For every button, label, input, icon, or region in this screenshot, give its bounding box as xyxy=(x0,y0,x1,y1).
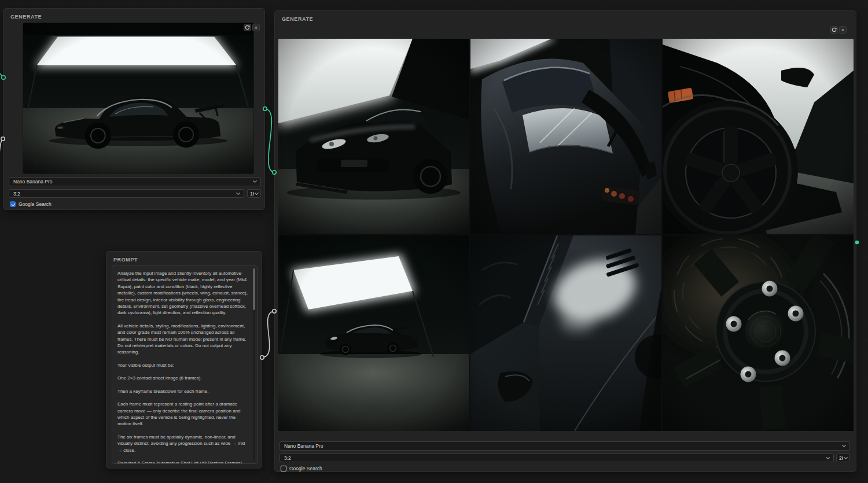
close-icon: × xyxy=(255,25,258,31)
prompt-paragraph: Analyze the input image and silently inv… xyxy=(117,270,248,316)
prompt-scrollbar-thumb[interactable] xyxy=(253,268,255,310)
chevron-down-icon xyxy=(826,455,830,459)
generated-frame-2[interactable] xyxy=(470,39,661,234)
prompt-wire xyxy=(262,311,274,357)
aspect-ratio-select[interactable]: 3:2 xyxy=(9,189,244,198)
supra-side-profile-art xyxy=(23,23,253,174)
model-select[interactable]: Nano Banana Pro xyxy=(279,441,850,451)
prompt-paragraph: All vehicle details, styling, modificati… xyxy=(117,323,248,356)
prompt-paragraph: Each frame must represent a resting poin… xyxy=(117,401,248,427)
refresh-button[interactable] xyxy=(830,26,838,34)
generated-frame-4[interactable] xyxy=(278,235,469,431)
model-select[interactable]: Nano Banana Pro xyxy=(9,177,261,186)
image-wire xyxy=(265,109,274,172)
google-search-label: Google Search xyxy=(19,201,52,207)
contact-sheet-grid xyxy=(278,39,854,431)
resolution-value: 1K xyxy=(250,191,254,197)
close-button[interactable]: × xyxy=(252,24,260,31)
aspect-ratio-value: 3:2 xyxy=(284,455,823,461)
chevron-down-icon xyxy=(236,190,240,194)
generated-frame-5[interactable] xyxy=(470,235,661,431)
google-search-checkbox-row[interactable]: Google Search xyxy=(281,466,322,471)
google-search-checkbox[interactable] xyxy=(281,466,286,471)
refresh-icon xyxy=(832,27,837,32)
chevron-down-icon xyxy=(253,179,257,183)
model-select-value: Nano Banana Pro xyxy=(284,443,840,449)
node-editor-canvas[interactable]: GENERATE xyxy=(0,0,868,483)
generate-node-output[interactable]: GENERATE × xyxy=(274,10,856,472)
generate-node-input[interactable]: GENERATE xyxy=(3,8,265,210)
close-button[interactable]: × xyxy=(839,26,847,34)
resolution-value: 2K xyxy=(839,455,843,461)
aspect-ratio-value: 3:2 xyxy=(13,191,234,197)
prompt-paragraph: Required 6-Frame Automotive Shot List (A… xyxy=(117,460,248,464)
refresh-button[interactable] xyxy=(244,24,251,31)
google-search-label: Google Search xyxy=(289,466,322,471)
close-icon: × xyxy=(841,27,844,33)
node-title: GENERATE xyxy=(282,16,313,22)
prompt-node[interactable]: PROMPT Analyze the input image and silen… xyxy=(106,251,262,469)
node-title: PROMPT xyxy=(113,257,138,263)
resolution-select[interactable]: 2K xyxy=(836,453,850,462)
generated-frame-1[interactable] xyxy=(278,39,469,234)
google-search-checkbox-row[interactable]: Google Search xyxy=(10,201,52,207)
model-select-value: Nano Banana Pro xyxy=(13,179,251,185)
refresh-icon xyxy=(245,25,250,30)
prompt-textarea[interactable]: Analyze the input image and silently inv… xyxy=(112,266,258,464)
google-search-checkbox[interactable] xyxy=(10,201,16,207)
chevron-down-icon xyxy=(842,443,846,447)
generated-frame-3[interactable] xyxy=(663,39,854,234)
resolution-select[interactable]: 1K xyxy=(247,189,261,198)
chevron-down-icon xyxy=(844,455,848,459)
prompt-paragraph: The six frames must be spatially dynamic… xyxy=(117,434,248,453)
generated-frame-6[interactable] xyxy=(663,235,854,431)
prompt-paragraph: One 2×3 contact sheet image (6 frames). xyxy=(117,375,248,381)
aspect-ratio-select[interactable]: 3:2 xyxy=(279,453,834,462)
prompt-paragraph: Then a keyframe breakdown for each frame… xyxy=(117,388,248,394)
node-title: GENERATE xyxy=(10,14,42,20)
supra-side-profile-image[interactable] xyxy=(23,23,254,174)
chevron-down-icon xyxy=(255,190,259,194)
prompt-paragraph: Your visible output must be: xyxy=(117,362,248,368)
